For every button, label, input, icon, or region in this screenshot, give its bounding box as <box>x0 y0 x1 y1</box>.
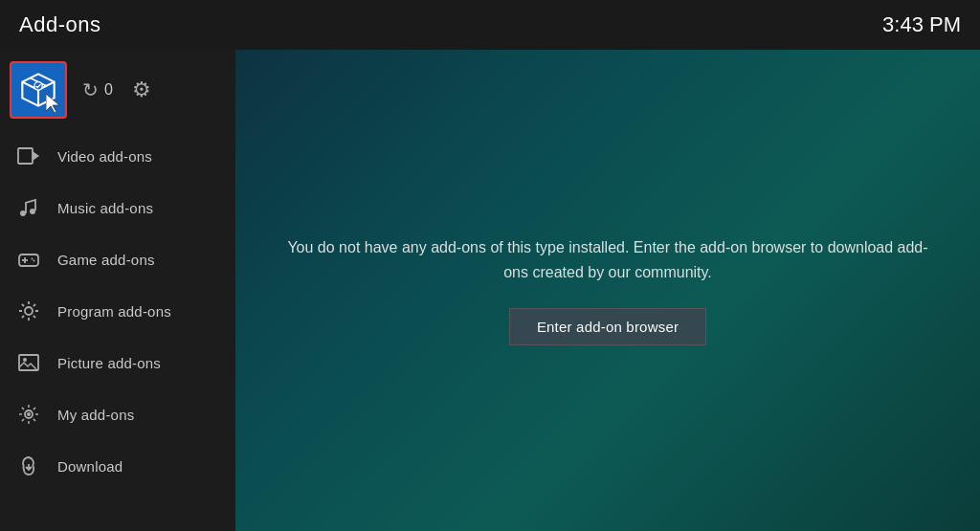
settings-icon[interactable]: ⚙ <box>132 77 151 102</box>
sidebar-item-download[interactable]: Download <box>0 440 235 492</box>
empty-state-message: You do not have any add-ons of this type… <box>282 235 933 284</box>
svg-marker-1 <box>46 94 59 113</box>
svg-point-9 <box>32 258 33 260</box>
refresh-button[interactable]: ↻ 0 <box>82 78 113 101</box>
download-icon <box>15 453 42 479</box>
picture-addons-label: Picture add-ons <box>57 355 161 371</box>
my-addons-label: My add-ons <box>57 407 134 423</box>
page-title: Add-ons <box>19 12 100 37</box>
sidebar-item-program-addons[interactable]: Program add-ons <box>0 285 235 337</box>
music-icon <box>15 194 42 221</box>
sidebar: ↻ 0 ⚙ Video add-ons <box>0 50 235 531</box>
sidebar-top-bar: ↻ 0 ⚙ <box>0 50 235 130</box>
svg-point-10 <box>33 260 35 262</box>
svg-rect-2 <box>18 148 33 164</box>
cursor-icon <box>46 94 61 113</box>
sidebar-item-picture-addons[interactable]: Picture add-ons <box>0 337 235 388</box>
video-addons-label: Video add-ons <box>57 148 152 165</box>
picture-icon <box>15 349 42 376</box>
my-addons-icon <box>15 401 42 428</box>
program-icon <box>15 298 42 324</box>
video-icon <box>15 143 42 169</box>
svg-marker-3 <box>33 151 39 161</box>
content-area: You do not have any add-ons of this type… <box>235 50 980 531</box>
download-label: Download <box>57 458 122 475</box>
program-addons-label: Program add-ons <box>57 303 171 320</box>
game-addons-label: Game add-ons <box>57 252 155 268</box>
sidebar-item-music-addons[interactable]: Music add-ons <box>0 182 235 233</box>
addon-manager-icon[interactable] <box>10 61 67 119</box>
header: Add-ons 3:43 PM <box>0 0 980 50</box>
refresh-icon: ↻ <box>82 78 99 101</box>
main-layout: ↻ 0 ⚙ Video add-ons <box>0 50 980 531</box>
music-addons-label: Music add-ons <box>57 200 153 216</box>
game-icon <box>15 246 42 273</box>
sidebar-item-game-addons[interactable]: Game add-ons <box>0 233 235 285</box>
svg-point-11 <box>25 307 33 315</box>
sidebar-item-my-addons[interactable]: My add-ons <box>0 388 235 440</box>
clock: 3:43 PM <box>882 12 961 37</box>
svg-point-15 <box>27 412 31 416</box>
svg-point-13 <box>23 358 27 362</box>
enter-addon-browser-button[interactable]: Enter add-on browser <box>509 308 706 345</box>
content-inner: You do not have any add-ons of this type… <box>263 216 952 364</box>
sidebar-item-video-addons[interactable]: Video add-ons <box>0 130 235 182</box>
refresh-count: 0 <box>104 81 113 99</box>
svg-point-5 <box>30 209 35 214</box>
